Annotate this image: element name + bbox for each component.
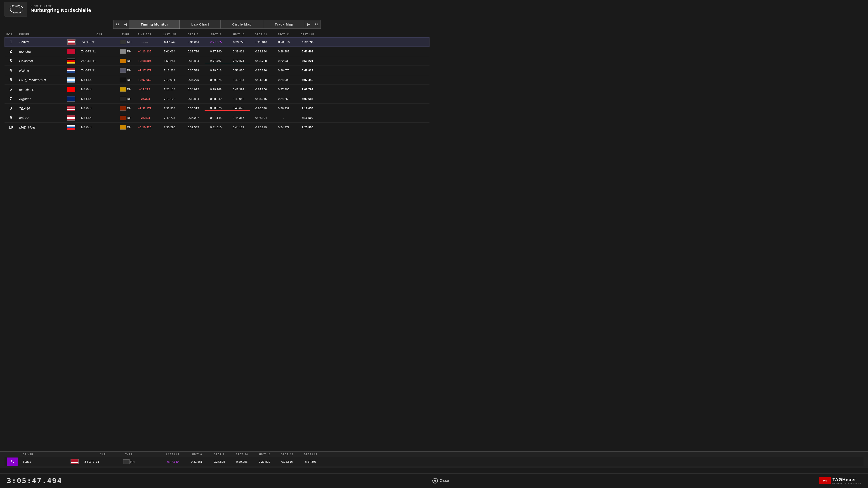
table-row[interactable]: 3GoldomorZ4 GT3 '11RH+2:18.3046:51.2570:…	[4, 56, 430, 66]
car-name: M4 Gr.4	[80, 125, 119, 129]
sector-time-s8: 0:34.922	[182, 87, 205, 92]
sector-time-s8: 0:36.087	[182, 116, 205, 120]
position-cell: 3	[4, 58, 17, 64]
table-row[interactable]: 1SettedZ4 GT3 '11RH---.---6:47.7490:31.8…	[4, 37, 430, 47]
col-flag-spacer	[62, 33, 80, 36]
sector-time-s10: 0:39.058	[227, 40, 250, 44]
last-lap: 7:33.934	[157, 106, 182, 110]
sector-time-s8: 0:32.804	[182, 59, 205, 63]
sector-time-s9: 0:28.949	[205, 97, 227, 101]
tab-lap-chart[interactable]: Lap Chart	[180, 20, 221, 29]
sector-time-s9: 0:29.375	[205, 78, 227, 82]
flag-icon	[62, 58, 80, 64]
table-row[interactable]: 5GTP_Roamer2629M4 Gr.4RH+3:07.6637:10.61…	[4, 75, 430, 85]
sector-time-s12: 0:22.930	[272, 59, 295, 63]
flag-icon	[62, 67, 80, 74]
flag-icon	[62, 124, 80, 131]
sector-time-s11: 0:23.810	[250, 40, 273, 44]
driver-name: TEX-36	[17, 106, 62, 111]
sector-time-s10: 0:44.179	[227, 125, 250, 129]
driver-name: Setted	[17, 40, 62, 44]
tab-timing-monitor[interactable]: Timing Monitor	[129, 20, 180, 29]
car-name: M4 Gr.4	[80, 106, 119, 110]
position-cell: 9	[4, 115, 17, 121]
car-name: Z4 GT3 '11	[80, 68, 119, 72]
tab-track-map[interactable]: Track Map	[263, 20, 305, 29]
sector-time-s9: 0:29.768	[205, 87, 227, 92]
best-lap: 6:41.468	[295, 49, 320, 54]
col-car: CAR	[80, 33, 119, 36]
col-sect12: SECT. 12	[272, 33, 295, 36]
col-last-lap: LAST LAP	[157, 33, 182, 36]
position-cell: 8	[4, 105, 17, 111]
driver-name: Nolinar	[17, 68, 62, 73]
time-gap: +1:17.173	[132, 68, 157, 72]
col-sect11: SECT. 11	[250, 33, 272, 36]
sector-time-s10: 0:51.830	[227, 68, 250, 72]
sector-time-s8: 0:31.861	[182, 40, 205, 44]
sector-time-s8: 0:32.736	[182, 49, 205, 54]
tyre-cell: RH	[119, 87, 132, 92]
sector-time-s11: 0:26.804	[250, 116, 272, 120]
sector-time-s12: 0:26.939	[272, 106, 295, 110]
flag-icon	[62, 48, 80, 55]
sector-time-s9: 0:27.140	[205, 49, 227, 54]
last-lap: 6:47.749	[157, 40, 182, 44]
car-name: Z4 GT3 '11	[80, 49, 119, 54]
best-lap: 6:48.929	[295, 68, 320, 72]
time-gap: +4:13.135	[132, 49, 157, 54]
sector-time-s11: 0:25.046	[250, 97, 272, 101]
col-sect10: SECT. 10	[227, 33, 250, 36]
table-row[interactable]: 4NolinarZ4 GT3 '11RH+1:17.1737:12.2340:3…	[4, 66, 430, 75]
sector-time-s9: 0:31.510	[205, 125, 227, 129]
flag-icon	[62, 115, 80, 121]
driver-name: mr_lab_rat	[17, 87, 62, 92]
time-gap: +24.303	[132, 97, 157, 101]
sector-time-s8: 0:36.539	[182, 68, 205, 72]
car-name: M4 Gr.4	[80, 87, 119, 92]
sector-time-s10: 0:42.052	[227, 97, 250, 101]
table-row[interactable]: 7Argon56M4 Gr.4RH+24.3037:13.1200:33.824…	[4, 94, 430, 104]
last-lap: 7:21.114	[157, 87, 182, 92]
best-lap: 7:18.054	[295, 106, 320, 110]
flag-icon	[62, 105, 80, 111]
table-row[interactable]: 10MAD_MiresM4 Gr.4RH+5:10.9267:36.2900:3…	[4, 123, 430, 132]
svg-text:nürburgring: nürburgring	[13, 13, 20, 14]
race-type: SINGLE RACE	[31, 5, 91, 7]
best-lap: 6:37.598	[295, 40, 320, 44]
table-row[interactable]: 8TEX-36M4 Gr.4RH+2:32.1797:33.9340:35.31…	[4, 104, 430, 113]
tab-circle-map[interactable]: Circle Map	[221, 20, 263, 29]
best-lap: 6:50.221	[295, 59, 320, 63]
best-lap: 7:09.686	[295, 97, 320, 101]
last-lap: 7:36.290	[157, 125, 182, 129]
position-cell: 1	[5, 39, 17, 45]
table-row[interactable]: 6mr_lab_ratM4 Gr.4RH+11.2927:21.1140:34.…	[4, 85, 430, 94]
driver-name: monoha	[17, 49, 62, 54]
table-row[interactable]: 9nail-27M4 Gr.4RH+25.4337:49.7370:36.087…	[4, 113, 430, 123]
last-lap: 7:10.611	[157, 78, 182, 82]
col-sect8: SECT. 8	[182, 33, 205, 36]
left-controller-badge: L1	[113, 20, 122, 29]
flag-icon	[62, 86, 80, 93]
best-lap: 7:07.448	[295, 78, 320, 82]
sector-time-s8: 0:34.275	[182, 78, 205, 82]
table-row[interactable]: 2monohaZ4 GT3 '11RH+4:13.1357:01.0340:32…	[4, 47, 430, 56]
nav-right-arrow[interactable]: ▶	[305, 20, 312, 29]
header: nürburgring SINGLE RACE Nürburgring Nord…	[0, 0, 434, 18]
last-lap: 7:12.234	[157, 68, 182, 72]
flag-icon	[62, 77, 80, 83]
race-name: Nürburgring Nordschleife	[31, 7, 91, 13]
col-sect9: SECT. 9	[205, 33, 227, 36]
position-cell: 4	[4, 68, 17, 73]
last-lap: 6:51.257	[157, 59, 182, 63]
tyre-cell: RH	[119, 96, 132, 102]
driver-name: GTP_Roamer2629	[17, 78, 62, 82]
car-name: M4 Gr.4	[80, 78, 119, 82]
tyre-cell: RH	[119, 125, 132, 130]
position-cell: 7	[4, 96, 17, 102]
sector-time-s10: 0:42.184	[227, 78, 250, 82]
last-lap: 7:13.120	[157, 97, 182, 101]
sector-time-s9: 0:27.505	[205, 40, 227, 44]
time-gap: +11.292	[132, 87, 157, 92]
nav-left-arrow[interactable]: ◀	[122, 20, 129, 29]
